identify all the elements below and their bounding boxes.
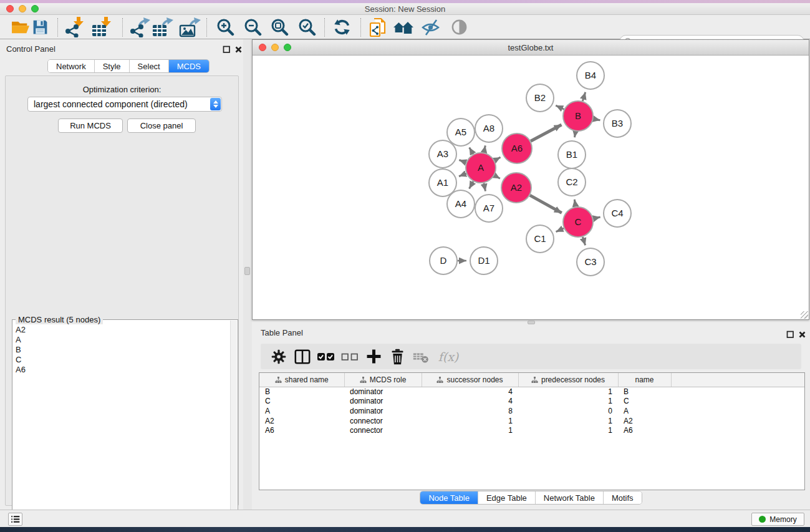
zoom-in-button[interactable] — [213, 17, 238, 37]
network-canvas[interactable]: B4B2BB3A5A8A6B1A3AC2A1A2A4A7C4CC1DD1C3 — [253, 56, 808, 319]
graph-node-C2[interactable]: C2 — [558, 168, 586, 196]
column-header-MCDS-role[interactable]: MCDS role — [344, 373, 422, 387]
table-cell[interactable]: A6 — [618, 425, 671, 435]
edge-C-C4[interactable] — [593, 217, 600, 219]
edge-A-A7[interactable] — [484, 183, 486, 191]
column-header-predecessor-nodes[interactable]: predecessor nodes — [518, 373, 618, 387]
table-cell[interactable]: 1 — [518, 397, 618, 407]
zoom-fit-button[interactable] — [267, 17, 292, 37]
edge-C-C3[interactable] — [582, 237, 585, 245]
edge-A-A1[interactable] — [459, 173, 466, 177]
network-from-selection-button[interactable] — [365, 17, 390, 37]
graph-node-B2[interactable]: B2 — [526, 84, 554, 112]
graph-node-A[interactable]: A — [466, 153, 496, 183]
table-row[interactable]: A6connector11A6 — [259, 425, 805, 435]
graph-node-A7[interactable]: A7 — [475, 195, 503, 222]
table-cell[interactable]: dominator — [344, 406, 422, 416]
edge-A-A8[interactable] — [484, 145, 485, 152]
edge-A6-B[interactable] — [531, 125, 561, 141]
table-cell[interactable]: dominator — [344, 397, 422, 407]
resize-grip[interactable] — [801, 311, 808, 319]
divider-grip[interactable] — [244, 267, 250, 275]
delete-table-button[interactable] — [409, 346, 433, 367]
criterion-select[interactable]: largest connected component (directed) — [27, 97, 222, 112]
tab-network-table[interactable]: Network Table — [536, 491, 604, 504]
table-cell[interactable]: 1 — [518, 387, 618, 397]
tab-select[interactable]: Select — [130, 60, 169, 72]
graph-node-C[interactable]: C — [563, 207, 593, 237]
table-cell[interactable]: 4 — [422, 387, 518, 397]
edge-A-A4[interactable] — [470, 181, 473, 189]
edge-C-C1[interactable] — [556, 228, 564, 232]
edge-B-B2[interactable] — [556, 105, 564, 109]
graph-node-B4[interactable]: B4 — [577, 62, 604, 89]
table-cell[interactable]: A — [618, 406, 671, 416]
result-list-item[interactable]: A2 — [16, 325, 230, 335]
graph-node-A5[interactable]: A5 — [447, 118, 475, 146]
edge-B-B1[interactable] — [574, 132, 576, 138]
run-mcds-button[interactable]: Run MCDS — [58, 118, 123, 133]
zoom-out-button[interactable] — [240, 17, 265, 37]
table-cell[interactable]: 1 — [422, 416, 518, 426]
table-cell[interactable]: A2 — [618, 416, 671, 426]
column-header-successor-nodes[interactable]: successor nodes — [422, 373, 518, 387]
edge-B-B4[interactable] — [582, 92, 585, 101]
graph-node-B3[interactable]: B3 — [604, 110, 631, 137]
deselect-all-rows-button[interactable] — [338, 346, 362, 367]
horizontal-divider-grip[interactable] — [528, 321, 535, 324]
function-builder-button[interactable]: f(x) — [433, 346, 464, 367]
import-table-button[interactable] — [90, 17, 115, 37]
column-header-name[interactable]: name — [618, 373, 671, 387]
edge-A2-C[interactable] — [530, 195, 562, 213]
mcds-result-list[interactable]: A2ABCA6 — [13, 325, 230, 531]
import-network-button[interactable] — [62, 17, 87, 37]
edge-C-C2[interactable] — [574, 200, 576, 207]
table-cell[interactable]: 1 — [422, 425, 518, 435]
graph-node-C3[interactable]: C3 — [577, 248, 604, 276]
tab-style[interactable]: Style — [95, 60, 130, 72]
show-all-button[interactable] — [446, 17, 471, 37]
graph-node-A8[interactable]: A8 — [475, 115, 503, 142]
graph-node-A3[interactable]: A3 — [429, 140, 456, 168]
close-table-panel-button[interactable] — [798, 330, 806, 338]
table-cell[interactable]: 0 — [518, 406, 618, 416]
edge-B-B3[interactable] — [594, 119, 600, 120]
refresh-button[interactable] — [329, 17, 354, 37]
export-image-button[interactable] — [178, 17, 203, 37]
table-cell[interactable]: A2 — [259, 416, 344, 426]
tab-network[interactable]: Network — [48, 60, 95, 72]
column-header-shared-name[interactable]: shared name — [259, 373, 344, 387]
export-table-button[interactable] — [150, 17, 175, 37]
table-row[interactable]: Adominator80A — [259, 406, 805, 416]
table-cell[interactable]: 4 — [422, 397, 518, 407]
table-row[interactable]: Bdominator41B — [259, 387, 805, 397]
create-column-button[interactable] — [362, 346, 385, 367]
result-list-item[interactable]: A6 — [16, 365, 230, 375]
result-scrollbar[interactable] — [230, 321, 237, 531]
table-cell[interactable]: B — [618, 387, 671, 397]
graph-node-D[interactable]: D — [430, 247, 457, 274]
save-session-button[interactable] — [27, 17, 52, 37]
graph-node-C4[interactable]: C4 — [604, 200, 631, 227]
graph-node-B[interactable]: B — [563, 101, 593, 131]
tab-motifs[interactable]: Motifs — [604, 491, 642, 504]
float-table-panel-button[interactable] — [786, 330, 794, 338]
table-cell[interactable]: 1 — [518, 416, 618, 426]
table-cell[interactable]: C — [259, 397, 344, 407]
first-neighbors-button[interactable] — [391, 17, 416, 37]
table-cell[interactable]: 8 — [422, 406, 518, 416]
table-settings-button[interactable] — [267, 346, 291, 367]
graph-node-A6[interactable]: A6 — [502, 133, 532, 163]
table-cell[interactable]: dominator — [344, 387, 422, 397]
table-cell[interactable]: connector — [344, 425, 422, 435]
network-graph[interactable]: B4B2BB3A5A8A6B1A3AC2A1A2A4A7C4CC1DD1C3 — [253, 56, 808, 319]
tab-node-table[interactable]: Node Table — [420, 491, 478, 504]
tab-mcds[interactable]: MCDS — [169, 60, 209, 72]
export-network-button[interactable] — [127, 17, 152, 37]
node-table[interactable]: shared nameMCDS rolesuccessor nodesprede… — [259, 372, 805, 490]
select-all-rows-button[interactable] — [314, 346, 338, 367]
table-cell[interactable]: A6 — [259, 425, 344, 435]
result-list-item[interactable]: B — [16, 345, 230, 355]
edge-A-A6[interactable] — [494, 157, 500, 160]
table-cell[interactable]: A — [259, 406, 344, 416]
